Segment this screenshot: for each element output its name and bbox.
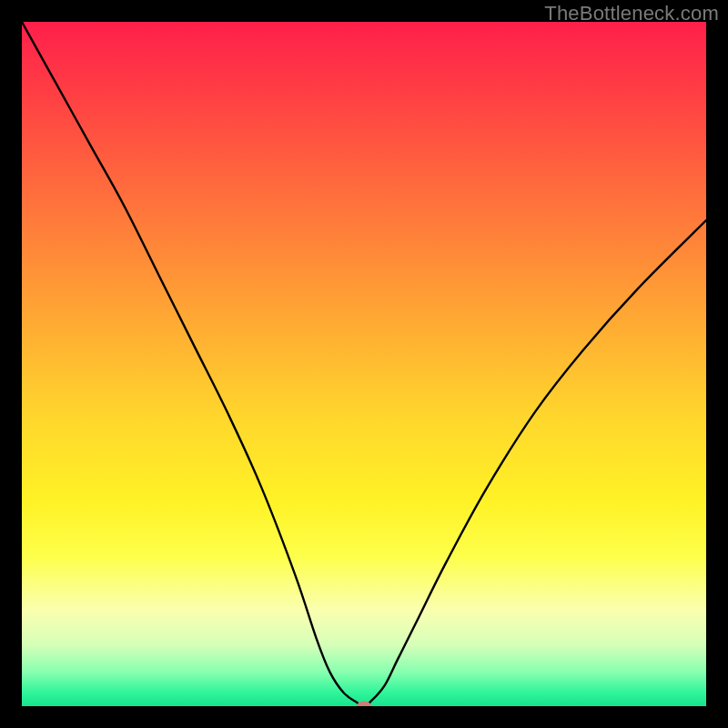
- watermark-text: TheBottleneck.com: [544, 2, 719, 25]
- curve-path: [22, 22, 706, 706]
- plot-area: [22, 22, 706, 706]
- optimal-point-marker: [357, 702, 371, 707]
- chart-frame: TheBottleneck.com: [0, 0, 728, 728]
- bottleneck-curve: [22, 22, 706, 706]
